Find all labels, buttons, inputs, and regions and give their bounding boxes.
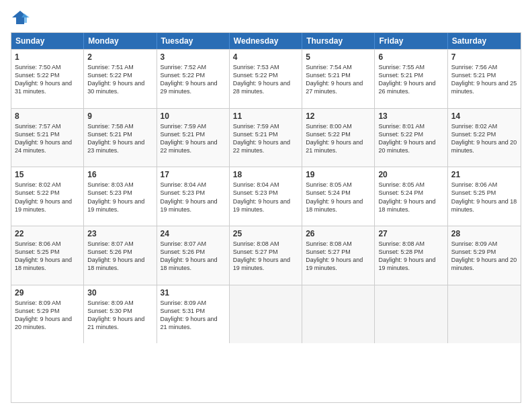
cell-content: Sunrise: 8:08 AM Sunset: 5:27 PM Dayligh… [306, 240, 371, 273]
day-number: 31 [161, 288, 226, 298]
day-cell-12: 12 Sunrise: 8:00 AM Sunset: 5:22 PM Dayl… [302, 109, 375, 167]
cell-content: Sunrise: 7:50 AM Sunset: 5:22 PM Dayligh… [15, 63, 80, 96]
day-cell-16: 16 Sunrise: 8:03 AM Sunset: 5:23 PM Dayl… [84, 167, 157, 226]
logo [11, 8, 32, 27]
cell-content: Sunrise: 8:07 AM Sunset: 5:26 PM Dayligh… [161, 240, 226, 273]
cell-content: Sunrise: 8:00 AM Sunset: 5:22 PM Dayligh… [306, 122, 371, 155]
logo-icon [11, 8, 30, 27]
cell-content: Sunrise: 7:59 AM Sunset: 5:21 PM Dayligh… [233, 122, 298, 155]
day-number: 5 [306, 52, 371, 62]
cell-content: Sunrise: 8:05 AM Sunset: 5:24 PM Dayligh… [378, 181, 443, 214]
day-cell-28: 28 Sunrise: 8:09 AM Sunset: 5:29 PM Dayl… [448, 226, 521, 285]
weekday-header-wednesday: Wednesday [230, 33, 302, 49]
day-number: 22 [15, 229, 80, 238]
cell-content: Sunrise: 8:04 AM Sunset: 5:23 PM Dayligh… [233, 181, 298, 214]
day-cell-27: 27 Sunrise: 8:08 AM Sunset: 5:28 PM Dayl… [375, 226, 447, 285]
cell-content: Sunrise: 8:01 AM Sunset: 5:22 PM Dayligh… [378, 122, 443, 155]
day-cell-30: 30 Sunrise: 8:09 AM Sunset: 5:30 PM Dayl… [84, 285, 157, 344]
cell-content: Sunrise: 8:06 AM Sunset: 5:25 PM Dayligh… [15, 240, 80, 273]
day-number: 13 [378, 111, 443, 121]
cell-content: Sunrise: 8:08 AM Sunset: 5:28 PM Dayligh… [378, 240, 443, 273]
day-number: 23 [87, 229, 152, 238]
calendar-body: 1 Sunrise: 7:50 AM Sunset: 5:22 PM Dayli… [11, 49, 521, 402]
cell-content: Sunrise: 8:06 AM Sunset: 5:25 PM Dayligh… [451, 181, 517, 214]
cell-content: Sunrise: 8:02 AM Sunset: 5:22 PM Dayligh… [15, 181, 80, 214]
cell-content: Sunrise: 8:09 AM Sunset: 5:31 PM Dayligh… [161, 299, 226, 332]
day-cell-4: 4 Sunrise: 7:53 AM Sunset: 5:22 PM Dayli… [230, 50, 302, 108]
header [11, 8, 521, 27]
cell-content: Sunrise: 7:51 AM Sunset: 5:22 PM Dayligh… [87, 63, 152, 96]
day-number: 29 [15, 288, 80, 298]
weekday-header-monday: Monday [84, 33, 157, 49]
day-number: 4 [233, 52, 298, 62]
cell-content: Sunrise: 8:02 AM Sunset: 5:22 PM Dayligh… [451, 122, 517, 155]
day-cell-18: 18 Sunrise: 8:04 AM Sunset: 5:23 PM Dayl… [230, 167, 302, 226]
day-cell-20: 20 Sunrise: 8:05 AM Sunset: 5:24 PM Dayl… [375, 167, 447, 226]
day-cell-10: 10 Sunrise: 7:59 AM Sunset: 5:21 PM Dayl… [157, 109, 230, 167]
calendar-row-2: 15 Sunrise: 8:02 AM Sunset: 5:22 PM Dayl… [11, 167, 521, 226]
day-cell-26: 26 Sunrise: 8:08 AM Sunset: 5:27 PM Dayl… [302, 226, 375, 285]
day-number: 25 [233, 229, 298, 238]
calendar-header: SundayMondayTuesdayWednesdayThursdayFrid… [11, 33, 521, 49]
calendar: SundayMondayTuesdayWednesdayThursdayFrid… [11, 32, 521, 403]
day-number: 15 [15, 170, 80, 179]
cell-content: Sunrise: 8:09 AM Sunset: 5:29 PM Dayligh… [451, 240, 517, 273]
day-number: 16 [87, 170, 152, 179]
day-number: 20 [378, 170, 443, 179]
cell-content: Sunrise: 7:57 AM Sunset: 5:21 PM Dayligh… [15, 122, 80, 155]
weekday-header-saturday: Saturday [448, 33, 521, 49]
day-number: 19 [306, 170, 371, 179]
weekday-header-sunday: Sunday [11, 33, 84, 49]
day-cell-23: 23 Sunrise: 8:07 AM Sunset: 5:26 PM Dayl… [84, 226, 157, 285]
day-number: 6 [378, 52, 443, 62]
calendar-row-4: 29 Sunrise: 8:09 AM Sunset: 5:29 PM Dayl… [11, 285, 521, 344]
day-number: 12 [306, 111, 371, 121]
calendar-row-0: 1 Sunrise: 7:50 AM Sunset: 5:22 PM Dayli… [11, 49, 521, 108]
day-number: 30 [87, 288, 152, 298]
cell-content: Sunrise: 8:09 AM Sunset: 5:29 PM Dayligh… [15, 299, 80, 332]
day-cell-2: 2 Sunrise: 7:51 AM Sunset: 5:22 PM Dayli… [84, 50, 157, 108]
cell-content: Sunrise: 8:08 AM Sunset: 5:27 PM Dayligh… [233, 240, 298, 273]
day-number: 3 [161, 52, 226, 62]
cell-content: Sunrise: 7:56 AM Sunset: 5:21 PM Dayligh… [451, 63, 517, 96]
day-cell-5: 5 Sunrise: 7:54 AM Sunset: 5:21 PM Dayli… [302, 50, 375, 108]
calendar-row-1: 8 Sunrise: 7:57 AM Sunset: 5:21 PM Dayli… [11, 108, 521, 167]
day-cell-7: 7 Sunrise: 7:56 AM Sunset: 5:21 PM Dayli… [448, 50, 521, 108]
day-cell-8: 8 Sunrise: 7:57 AM Sunset: 5:21 PM Dayli… [11, 109, 84, 167]
day-number: 10 [161, 111, 226, 121]
cell-content: Sunrise: 8:03 AM Sunset: 5:23 PM Dayligh… [87, 181, 152, 214]
day-number: 9 [87, 111, 152, 121]
day-number: 11 [233, 111, 298, 121]
cell-content: Sunrise: 8:07 AM Sunset: 5:26 PM Dayligh… [87, 240, 152, 273]
cell-content: Sunrise: 7:58 AM Sunset: 5:21 PM Dayligh… [87, 122, 152, 155]
empty-cell [230, 285, 302, 344]
day-number: 24 [161, 229, 226, 238]
day-cell-6: 6 Sunrise: 7:55 AM Sunset: 5:21 PM Dayli… [375, 50, 447, 108]
day-cell-3: 3 Sunrise: 7:52 AM Sunset: 5:22 PM Dayli… [157, 50, 230, 108]
day-number: 1 [15, 52, 80, 62]
weekday-header-tuesday: Tuesday [157, 33, 230, 49]
day-number: 17 [161, 170, 226, 179]
empty-cell [302, 285, 375, 344]
day-number: 28 [451, 229, 517, 238]
day-cell-19: 19 Sunrise: 8:05 AM Sunset: 5:24 PM Dayl… [302, 167, 375, 226]
cell-content: Sunrise: 7:59 AM Sunset: 5:21 PM Dayligh… [161, 122, 226, 155]
day-number: 18 [233, 170, 298, 179]
empty-cell [375, 285, 447, 344]
day-number: 14 [451, 111, 517, 121]
day-cell-14: 14 Sunrise: 8:02 AM Sunset: 5:22 PM Dayl… [448, 109, 521, 167]
day-number: 21 [451, 170, 517, 179]
calendar-row-3: 22 Sunrise: 8:06 AM Sunset: 5:25 PM Dayl… [11, 226, 521, 285]
day-number: 8 [15, 111, 80, 121]
day-cell-24: 24 Sunrise: 8:07 AM Sunset: 5:26 PM Dayl… [157, 226, 230, 285]
day-cell-1: 1 Sunrise: 7:50 AM Sunset: 5:22 PM Dayli… [11, 50, 84, 108]
cell-content: Sunrise: 8:05 AM Sunset: 5:24 PM Dayligh… [306, 181, 371, 214]
day-cell-17: 17 Sunrise: 8:04 AM Sunset: 5:23 PM Dayl… [157, 167, 230, 226]
day-cell-29: 29 Sunrise: 8:09 AM Sunset: 5:29 PM Dayl… [11, 285, 84, 344]
day-number: 26 [306, 229, 371, 238]
cell-content: Sunrise: 7:55 AM Sunset: 5:21 PM Dayligh… [378, 63, 443, 96]
weekday-header-thursday: Thursday [302, 33, 375, 49]
day-cell-25: 25 Sunrise: 8:08 AM Sunset: 5:27 PM Dayl… [230, 226, 302, 285]
cell-content: Sunrise: 8:09 AM Sunset: 5:30 PM Dayligh… [87, 299, 152, 332]
cell-content: Sunrise: 7:53 AM Sunset: 5:22 PM Dayligh… [233, 63, 298, 96]
